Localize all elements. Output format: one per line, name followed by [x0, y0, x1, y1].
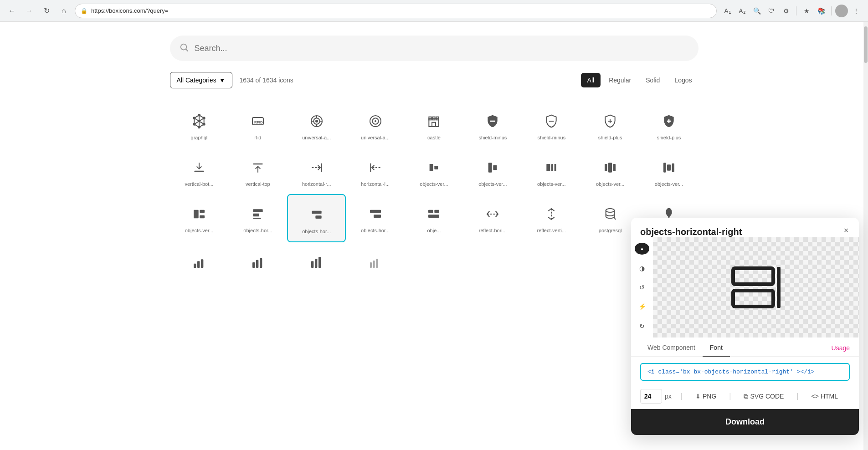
icon-cell-universal-a2[interactable]: universal-a... — [346, 101, 405, 148]
text-size-button[interactable]: A₁ — [721, 5, 734, 17]
icon-cell-bar4[interactable] — [346, 242, 405, 283]
icon-cell-objects-ver5[interactable]: objects-ver... — [640, 148, 699, 194]
icon-cell-objects-ver4[interactable]: objects-ver... — [581, 148, 640, 194]
popup-title: objects-horizontal-right — [631, 218, 859, 237]
category-dropdown[interactable]: All Categories ▼ — [170, 72, 232, 88]
popup-close-button[interactable]: × — [840, 224, 853, 237]
objects-hor1-label: objects-hor... — [243, 228, 272, 233]
objects-hor1-icon — [249, 205, 267, 223]
icon-cell-graphql[interactable]: graphql — [170, 101, 229, 148]
svg-rect-85 — [373, 261, 375, 268]
icon-cell-shield-minus2[interactable]: shield-minus — [522, 101, 581, 148]
shield-minus1-label: shield-minus — [479, 135, 507, 140]
svg-rect-62 — [253, 218, 261, 219]
icon-cell-reflect-verti[interactable]: reflect-verti... — [522, 194, 581, 242]
svg-rect-54 — [663, 163, 666, 172]
search-input[interactable] — [195, 44, 689, 53]
icon-cell-objects-ver1[interactable]: objects-ver... — [405, 148, 463, 194]
icon-cell-shield-minus1[interactable]: shield-minus — [463, 101, 522, 148]
castle-label: castle — [427, 135, 441, 140]
svg-rect-45 — [435, 166, 438, 169]
icon-cell-objects-ver3[interactable]: objects-ver... — [522, 148, 581, 194]
icon-cell-objects-hor2[interactable]: objects-hor... — [287, 194, 346, 242]
svg-rect-30 — [490, 121, 495, 122]
user-avatar[interactable] — [835, 5, 848, 17]
icon-cell-shield-plus1[interactable]: shield-plus — [581, 101, 640, 148]
shield-button[interactable]: 🛡 — [765, 5, 778, 17]
scrollbar-track[interactable] — [863, 22, 868, 292]
bar3-icon — [308, 253, 326, 271]
svg-rect-44 — [430, 164, 433, 171]
type-btn-regular[interactable]: Regular — [602, 73, 637, 87]
svg-rect-56 — [672, 164, 674, 172]
objects-ver2-icon — [483, 159, 502, 177]
svg-rect-55 — [667, 164, 671, 170]
icon-cell-horizontal-l[interactable]: horizontal-l... — [346, 148, 405, 194]
shield-plus2-icon — [660, 112, 678, 130]
icon-cell-shield-plus2[interactable]: shield-plus — [640, 101, 699, 148]
type-btn-all[interactable]: All — [581, 73, 601, 87]
svg-rect-80 — [260, 258, 262, 268]
icon-cell-obje4[interactable]: obje... — [405, 194, 463, 242]
icon-cell-bar1[interactable] — [170, 242, 229, 283]
svg-rect-67 — [428, 210, 433, 213]
icon-cell-objects-ver2[interactable]: objects-ver... — [463, 148, 522, 194]
rfid-icon: RFID — [249, 112, 267, 130]
svg-rect-51 — [605, 164, 607, 171]
home-button[interactable]: ⌂ — [57, 5, 70, 17]
settings-button[interactable]: ⚙ — [780, 5, 792, 17]
separator2 — [831, 6, 832, 15]
preview-canvas — [653, 237, 859, 292]
horizontal-l-label: horizontal-l... — [361, 181, 390, 187]
objects-hor2-icon — [308, 206, 326, 224]
type-btn-logos[interactable]: Logos — [668, 73, 698, 87]
svg-line-74 — [614, 218, 616, 220]
icon-cell-bar3[interactable] — [287, 242, 346, 283]
forward-button[interactable]: → — [23, 5, 36, 17]
objects-ver3-icon — [542, 159, 560, 177]
svg-rect-59 — [200, 215, 205, 219]
browser-actions: A₁ A₂ 🔍 🛡 ⚙ ★ 📚 ⋮ — [721, 5, 863, 17]
address-bar[interactable]: 🔒 https://boxicons.com/?query= — [75, 4, 717, 18]
icon-cell-rfid[interactable]: RFID rfid — [228, 101, 287, 148]
refresh-button[interactable]: ↻ — [40, 5, 53, 17]
icon-cell-vertical-bot[interactable]: vertical-bot... — [170, 148, 229, 194]
svg-rect-77 — [201, 259, 203, 268]
collections-button[interactable]: 📚 — [815, 5, 827, 17]
icon-cell-objects-hor3[interactable]: objects-hor... — [346, 194, 405, 242]
icon-cell-universal-a1[interactable]: universal-a... — [287, 101, 346, 148]
graphql-icon — [190, 112, 208, 130]
svg-rect-61 — [253, 214, 259, 217]
vertical-top-label: vertical-top — [246, 181, 270, 187]
icon-cell-vertical-top[interactable]: vertical-top — [228, 148, 287, 194]
svg-point-7 — [203, 117, 205, 119]
zoom-button[interactable]: 🔍 — [750, 5, 763, 17]
type-btn-solid[interactable]: Solid — [639, 73, 666, 87]
icon-cell-objects-ver6[interactable]: objects-ver... — [170, 194, 229, 242]
svg-rect-63 — [312, 211, 321, 214]
svg-rect-58 — [200, 210, 205, 213]
more-button[interactable]: ⋮ — [850, 5, 863, 17]
back-button[interactable]: ← — [5, 5, 18, 17]
chevron-down-icon: ▼ — [219, 77, 226, 84]
preview-spin-button[interactable]: ↺ — [635, 281, 649, 292]
svg-rect-89 — [777, 267, 781, 292]
svg-rect-60 — [253, 209, 262, 212]
objects-ver5-label: objects-ver... — [655, 181, 683, 187]
scrollbar-thumb[interactable] — [864, 26, 868, 63]
shield-minus1-icon — [483, 112, 502, 130]
icon-cell-bar2[interactable] — [228, 242, 287, 283]
preview-dot-button[interactable]: ● — [635, 243, 649, 255]
icon-cell-objects-hor1[interactable]: objects-hor... — [228, 194, 287, 242]
favorites-button[interactable]: ★ — [800, 5, 813, 17]
objects-ver3-label: objects-ver... — [537, 181, 565, 187]
svg-rect-76 — [197, 261, 200, 268]
icon-cell-reflect-hori[interactable]: reflect-hori... — [463, 194, 522, 242]
icon-cell-horizontal-r[interactable]: horizontal-r... — [287, 148, 346, 194]
vertical-top-icon — [249, 159, 267, 177]
svg-line-1 — [186, 49, 188, 51]
preview-area: ● ◑ ↺ ⚡ ↻ — [631, 237, 859, 292]
translate-button[interactable]: A₂ — [736, 5, 749, 17]
icon-cell-castle[interactable]: castle — [405, 101, 463, 148]
preview-half-button[interactable]: ◑ — [635, 262, 649, 274]
